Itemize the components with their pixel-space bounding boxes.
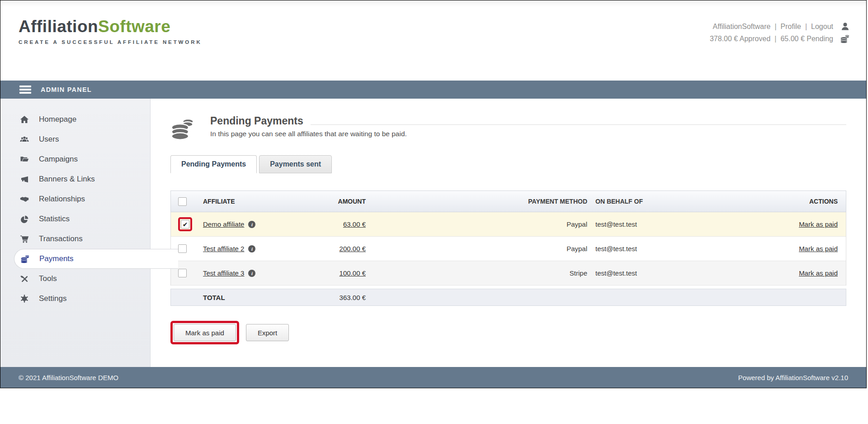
payment-method-cell: Paypal (366, 220, 587, 228)
home-icon (19, 115, 29, 124)
row-checkbox[interactable] (178, 244, 187, 253)
page-title: Pending Payments (210, 115, 303, 127)
column-header-amount: AMOUNT (293, 198, 366, 205)
sidebar-item-label: Users (39, 135, 59, 144)
person-icon[interactable] (840, 22, 850, 31)
annotation-checkbox-highlight: ✔ (178, 217, 192, 231)
column-header-actions: ACTIONS (777, 198, 846, 205)
pie-chart-icon (19, 214, 29, 224)
handshake-icon (19, 195, 29, 204)
logout-link[interactable]: Logout (811, 23, 833, 31)
sidebar-item-banners-links[interactable]: Banners & Links (0, 169, 150, 189)
table-total-row: TOTAL 363.00 € (170, 289, 846, 306)
sidebar-item-transactions[interactable]: Transactions (0, 229, 150, 249)
table-row: Test affiliate 3 i 100.00 € Stripe test@… (171, 261, 846, 286)
account-name-link[interactable]: AffiliationSoftware (713, 23, 771, 31)
on-behalf-of-cell: test@test.test (587, 220, 777, 228)
sidebar-item-campaigns[interactable]: Campaigns (0, 149, 150, 169)
sidebar-item-homepage[interactable]: Homepage (0, 110, 150, 129)
tab-pending-payments[interactable]: Pending Payments (170, 155, 257, 173)
sidebar-item-tools[interactable]: Tools (0, 269, 150, 289)
sidebar-item-users[interactable]: Users (0, 129, 150, 149)
tab-payments-sent[interactable]: Payments sent (259, 155, 332, 173)
info-icon[interactable]: i (248, 270, 255, 277)
mark-as-paid-button[interactable]: Mark as paid (174, 324, 236, 341)
amount-link[interactable]: 100.00 € (340, 269, 366, 277)
logo-tagline: CREATE A SUCCESSFUL AFFILIATE NETWORK (19, 39, 202, 45)
on-behalf-of-cell: test@test.test (587, 245, 777, 252)
content-area: Pending Payments In this page you can se… (151, 99, 866, 367)
affiliate-link[interactable]: Test affiliate 3 (203, 269, 244, 277)
info-icon[interactable]: i (248, 245, 255, 252)
page-header: Pending Payments In this page you can se… (170, 115, 846, 143)
payment-method-cell: Stripe (366, 269, 587, 277)
menu-toggle-icon[interactable] (19, 86, 31, 94)
logo-part-2: Software (98, 17, 170, 36)
mark-as-paid-link[interactable]: Mark as paid (799, 220, 838, 228)
account-menu: AffiliationSoftware | Profile | Logout 3… (710, 20, 850, 45)
row-checkbox-checked[interactable]: ✔ (181, 220, 189, 229)
users-icon (19, 135, 29, 144)
separator: | (774, 35, 776, 43)
balances-row: 378.00 € Approved | 65.00 € Pending (710, 33, 850, 45)
account-links-row: AffiliationSoftware | Profile | Logout (710, 20, 850, 33)
separator: | (805, 23, 807, 31)
sidebar-nav: Homepage Users Campaigns Banners & Links… (0, 99, 151, 367)
sidebar-item-label: Banners & Links (39, 175, 95, 184)
sidebar-item-label: Transactions (39, 234, 83, 243)
table-header-row: AFFILIATE AMOUNT PAYMENT METHOD ON BEHAL… (170, 191, 846, 212)
title-divider (311, 124, 846, 125)
folder-icon (19, 155, 29, 164)
footer-copyright: © 2021 AffiliationSoftware DEMO (19, 374, 118, 381)
page-subtitle: In this page you can see all affiliates … (210, 130, 846, 138)
table-row: Test affiliate 2 i 200.00 € Paypal test@… (171, 237, 846, 261)
payment-method-cell: Paypal (366, 245, 587, 252)
sidebar-item-settings[interactable]: Settings (0, 289, 150, 309)
export-button[interactable]: Export (246, 324, 289, 341)
coins-icon (840, 34, 850, 44)
payments-table: AFFILIATE AMOUNT PAYMENT METHOD ON BEHAL… (170, 191, 846, 306)
affiliate-link[interactable]: Test affiliate 2 (203, 245, 244, 252)
logo-wordmark: AffiliationSoftware (19, 18, 202, 36)
admin-panel-title: ADMIN PANEL (41, 86, 92, 93)
coins-icon (170, 116, 195, 143)
approved-balance: 378.00 € Approved (710, 35, 770, 43)
pending-balance: 65.00 € Pending (780, 35, 833, 43)
mark-as-paid-link[interactable]: Mark as paid (799, 269, 838, 277)
sidebar-item-label: Tools (39, 274, 57, 283)
on-behalf-of-cell: test@test.test (587, 269, 777, 277)
logo: AffiliationSoftware CREATE A SUCCESSFUL … (19, 18, 202, 45)
sidebar-item-relationships[interactable]: Relationships (0, 189, 150, 209)
total-amount: 363.00 € (293, 294, 366, 301)
coins-icon (20, 254, 30, 263)
affiliate-link[interactable]: Demo affiliate (203, 220, 244, 228)
select-all-checkbox[interactable] (178, 197, 187, 206)
sidebar-item-label: Relationships (39, 195, 85, 204)
top-header: AffiliationSoftware CREATE A SUCCESSFUL … (0, 0, 866, 81)
info-icon[interactable]: i (248, 221, 255, 228)
sidebar-item-label: Statistics (39, 214, 70, 224)
footer-powered-by: Powered by AffiliationSoftware v2.10 (738, 374, 848, 381)
sidebar-item-label: Settings (39, 294, 66, 303)
sidebar-item-statistics[interactable]: Statistics (0, 209, 150, 229)
megaphone-icon (19, 175, 29, 184)
mark-as-paid-link[interactable]: Mark as paid (799, 245, 838, 252)
column-header-payment-method: PAYMENT METHOD (366, 198, 587, 205)
actions-bar: Mark as paid Export (170, 321, 846, 344)
annotation-button-highlight: Mark as paid (170, 321, 239, 344)
column-header-on-behalf-of: ON BEHALF OF (587, 198, 777, 205)
header-gradient (0, 0, 866, 7)
amount-link[interactable]: 200.00 € (340, 245, 366, 252)
footer-bar: © 2021 AffiliationSoftware DEMO Powered … (0, 367, 866, 388)
table-row: ✔ Demo affiliate i 63.00 € Paypal test@t… (171, 212, 846, 237)
separator: | (774, 23, 776, 31)
logo-part-1: Affiliation (19, 17, 98, 36)
profile-link[interactable]: Profile (781, 23, 801, 31)
gear-icon (19, 294, 29, 303)
tab-bar: Pending Payments Payments sent (170, 155, 846, 173)
total-label: TOTAL (196, 294, 293, 301)
amount-link[interactable]: 63.00 € (343, 220, 366, 228)
row-checkbox[interactable] (178, 269, 187, 277)
sidebar-item-payments[interactable]: Payments (14, 249, 178, 269)
admin-bar: ADMIN PANEL (0, 81, 866, 99)
